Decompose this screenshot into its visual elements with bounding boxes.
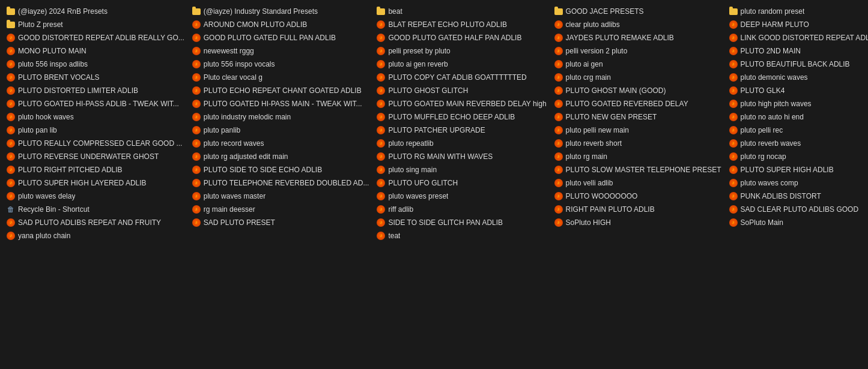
list-item[interactable]: PLUTO GOATED HI-PASS MAIN - TWEAK WIT... <box>190 97 371 110</box>
list-item[interactable]: pluto pelli rec <box>727 124 868 137</box>
list-item[interactable]: 🗑Recycle Bin - Shortcut <box>5 203 186 216</box>
list-item[interactable]: PLUTO MUFFLED ECHO DEEP ADLIB <box>375 110 547 124</box>
list-item[interactable]: rg main deesser <box>190 203 371 216</box>
list-item[interactable]: pluto panlib <box>190 124 371 137</box>
list-item[interactable]: beat <box>375 5 547 18</box>
preset-icon <box>192 218 201 227</box>
list-item[interactable]: SoPluto HIGH <box>553 216 723 229</box>
list-item[interactable]: pluto waves master <box>190 190 371 203</box>
list-item[interactable]: pluto 556 inspo adlibs <box>5 58 186 71</box>
list-item[interactable]: pluto waves preset <box>375 190 547 203</box>
list-item[interactable]: SAD PLUTO PRESET <box>190 216 371 229</box>
item-label: PLUTO DISTORTED LIMITER ADLIB <box>18 86 138 95</box>
list-item[interactable]: pluto velli adlib <box>553 176 723 190</box>
list-item[interactable]: PLUTO 2ND MAIN <box>727 44 868 58</box>
list-item[interactable]: pelli version 2 pluto <box>553 44 723 58</box>
list-item[interactable]: pluto pan lib <box>5 124 186 137</box>
list-item[interactable]: pluto rg adjusted edit main <box>190 150 371 163</box>
preset-icon <box>6 86 16 95</box>
list-item[interactable]: riff adlib <box>375 203 547 216</box>
list-item[interactable]: PLUTO BRENT VOCALS <box>5 71 186 84</box>
list-item[interactable]: PLUTO SLOW MASTER TELEPHONE PRESET <box>553 163 723 176</box>
list-item[interactable]: PLUTO COPY CAT ADLIB GOATTTTTTED <box>375 71 547 84</box>
list-item[interactable]: pluto crg main <box>553 71 723 84</box>
list-item[interactable]: PLUTO TELEPHONE REVERBED DOUBLED AD... <box>190 176 371 190</box>
list-item[interactable]: PLUTO PATCHER UPGRADE <box>375 124 547 137</box>
list-item[interactable]: PLUTO ECHO REPEAT CHANT GOATED ADLIB <box>190 84 371 97</box>
list-item[interactable]: clear pluto adlibs <box>553 18 723 31</box>
list-item[interactable]: AROUND CMON PLUTO ADLIB <box>190 18 371 31</box>
preset-icon <box>6 112 16 122</box>
preset-icon <box>6 46 16 56</box>
list-item[interactable]: pluto record waves <box>190 137 371 150</box>
item-label: MONO PLUTO MAIN <box>18 47 86 55</box>
list-item[interactable]: PLUTO GOATED REVERBED DELAY <box>553 97 723 110</box>
list-item[interactable]: pluto waves delay <box>5 190 186 203</box>
list-item[interactable]: GOOD PLUTO GATED HALF PAN ADLIB <box>375 31 547 44</box>
preset-icon <box>192 139 201 148</box>
list-item[interactable]: SoPluto Main <box>727 216 868 229</box>
list-item[interactable]: GOOD DISTORTED REPEAT ADLIB REALLY GO... <box>5 31 186 44</box>
list-item[interactable]: PLUTO DISTORTED LIMITER ADLIB <box>5 84 186 97</box>
list-item[interactable]: teat <box>375 229 547 242</box>
list-item[interactable]: pluto 556 inspo vocals <box>190 58 371 71</box>
list-item[interactable]: pluto sing main <box>375 163 547 176</box>
list-item[interactable]: pluto industry melodic main <box>190 110 371 124</box>
list-item[interactable]: pluto reverb waves <box>727 137 868 150</box>
list-item[interactable]: (@iayze) 2024 RnB Presets <box>5 5 186 18</box>
list-item[interactable]: BLAT REPEAT ECHO PLUTO ADLIB <box>375 18 547 31</box>
list-item[interactable]: PLUTO REALLY COMPRESSED CLEAR GOOD ... <box>5 137 186 150</box>
list-item[interactable]: PLUTO GOATED HI-PASS ADLIB - TWEAK WIT..… <box>5 97 186 110</box>
list-item[interactable]: SIDE TO SIDE GLITCH PAN ADLIB <box>375 216 547 229</box>
preset-icon <box>6 165 16 175</box>
list-item[interactable]: GOOD JACE PRESETS <box>553 5 723 18</box>
list-item[interactable]: GOOD PLUTO GATED FULL PAN ADLIB <box>190 31 371 44</box>
list-item[interactable]: pelli preset by pluto <box>375 44 547 58</box>
list-item[interactable]: PLUTO NEW GEN PRESET <box>553 110 723 124</box>
list-item[interactable]: pluto repeatlib <box>375 137 547 150</box>
list-item[interactable]: pluto waves comp <box>727 176 868 190</box>
preset-icon <box>192 20 201 29</box>
list-item[interactable]: MONO PLUTO MAIN <box>5 44 186 58</box>
list-item[interactable]: SAD PLUTO ADLIBS REPEAT AND FRUITY <box>5 216 186 229</box>
list-item[interactable]: pluto rg nocap <box>727 150 868 163</box>
list-item[interactable]: RIGHT PAIN PLUTO ADLIB <box>553 203 723 216</box>
list-item[interactable]: pluto random preset <box>727 5 868 18</box>
list-item[interactable]: (@iayze) Industry Standard Presets <box>190 5 371 18</box>
list-item[interactable]: PLUTO GHOST GLITCH <box>375 84 547 97</box>
list-item[interactable]: PLUTO BEAUTIFUL BACK ADLIB <box>727 58 868 71</box>
list-item[interactable]: pluto hook waves <box>5 110 186 124</box>
list-item[interactable]: PLUTO UFO GLITCH <box>375 176 547 190</box>
list-item[interactable]: PLUTO GLK4 <box>727 84 868 97</box>
preset-icon <box>6 99 16 109</box>
list-item[interactable]: PLUTO SIDE TO SIDE ECHO ADLIB <box>190 163 371 176</box>
item-label: PLUTO REVERSE UNDERWATER GHOST <box>18 152 159 161</box>
list-item[interactable]: PLUTO GHOST MAIN (GOOD) <box>553 84 723 97</box>
list-item[interactable]: JAYDES PLUTO REMAKE ADLIB <box>553 31 723 44</box>
list-item[interactable]: PLUTO WOOOOOOO <box>553 190 723 203</box>
list-item[interactable]: pluto ai gen <box>553 58 723 71</box>
list-item[interactable]: Pluto Z preset <box>5 18 186 31</box>
list-item[interactable]: LINK GOOD DISTORTED REPEAT ADLIB REAL... <box>727 31 868 44</box>
list-item[interactable]: DEEP HARM PLUTO <box>727 18 868 31</box>
list-item[interactable]: pluto rg main <box>553 150 723 163</box>
list-item[interactable]: PUNK ADLIBS DISTORT <box>727 190 868 203</box>
list-item[interactable]: newewestt rggg <box>190 44 371 58</box>
list-item[interactable]: PLUTO GOATED MAIN REVERBED DELAY high <box>375 97 547 110</box>
list-item[interactable]: SAD CLEAR PLUTO ADLIBS GOOD <box>727 203 868 216</box>
list-item[interactable]: pluto high pitch waves <box>727 97 868 110</box>
list-item[interactable]: PLUTO SUPER HIGH LAYERED ADLIB <box>5 176 186 190</box>
list-item[interactable]: PLUTO REVERSE UNDERWATER GHOST <box>5 150 186 163</box>
item-label: PLUTO GLK4 <box>741 86 785 95</box>
list-item[interactable]: PLUTO RG MAIN WITH WAVES <box>375 150 547 163</box>
list-item[interactable]: pluto pelli new main <box>553 124 723 137</box>
list-item[interactable]: Pluto clear vocal g <box>190 71 371 84</box>
list-item[interactable]: PLUTO RIGHT PITCHED ADLIB <box>5 163 186 176</box>
list-item[interactable]: pluto no auto hi end <box>727 110 868 124</box>
list-item[interactable]: pluto demonic waves <box>727 71 868 84</box>
list-item[interactable]: PLUTO SUPER HIGH ADLIB <box>727 163 868 176</box>
list-item[interactable]: pluto reverb short <box>553 137 723 150</box>
item-label: PLUTO SLOW MASTER TELEPHONE PRESET <box>566 166 721 174</box>
list-item[interactable]: yana pluto chain <box>5 229 186 242</box>
list-item[interactable]: pluto ai gen reverb <box>375 58 547 71</box>
